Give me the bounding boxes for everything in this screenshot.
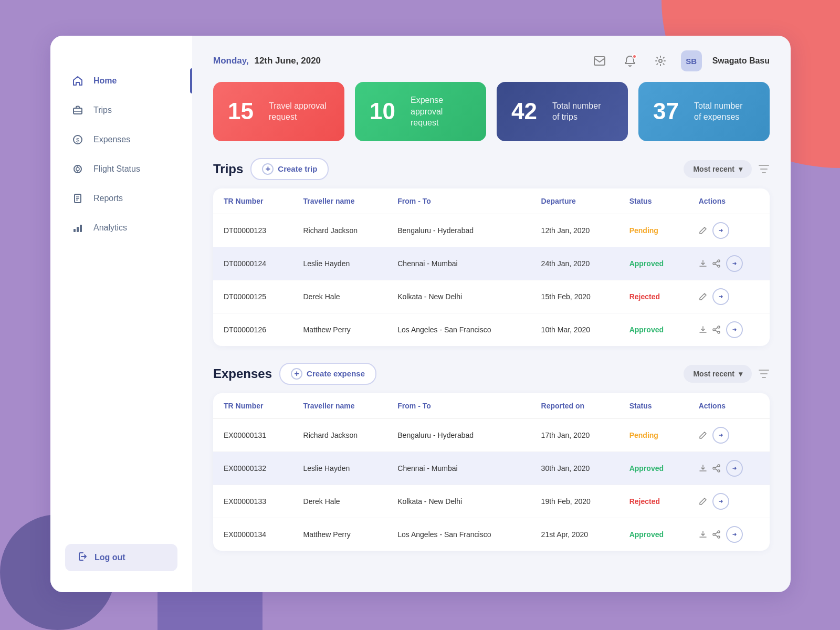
trips-action-icons [699,321,759,338]
stat-label-travel: Travel approvalrequest [269,100,327,123]
app-container: Home Trips $ Expenses Fligh [50,36,791,592]
expenses-action-icons [699,460,759,477]
expenses-cell-actions [688,452,770,485]
trips-sort-button[interactable]: Most recent ▾ [684,160,752,178]
header-full-date: 12th June, 2020 [254,56,321,66]
sidebar-label-trips: Trips [93,106,112,115]
svg-point-16 [659,59,662,62]
sidebar-item-flight-status[interactable]: Flight Status [59,155,184,183]
sidebar: Home Trips $ Expenses Fligh [50,36,192,592]
reports-icon [71,192,84,205]
expense-edit-button[interactable] [699,431,707,439]
svg-point-20 [718,326,720,328]
expense-view-button[interactable] [726,460,743,477]
trip-view-button[interactable] [712,222,729,239]
expenses-table-wrapper: TR Number Traveller name From - To Repor… [213,393,770,551]
sidebar-label-expenses: Expenses [93,135,130,144]
expenses-cell-tr-number: EX00000133 [213,485,293,518]
expense-edit-button[interactable] [699,497,707,506]
expense-share-button[interactable] [712,464,721,472]
stat-card-travel: 15 Travel approvalrequest [213,82,344,141]
trip-view-button[interactable] [712,288,729,305]
trips-col-actions: Actions [688,188,770,214]
trips-cell-departure: 10th Mar, 2020 [531,313,619,346]
trip-edit-button[interactable] [699,226,707,235]
svg-point-25 [718,470,720,472]
expenses-action-icons [699,526,759,543]
sidebar-logout: Log out [65,544,177,571]
logout-button[interactable]: Log out [65,544,177,571]
expenses-cell-traveller: Leslie Hayden [293,452,387,485]
trip-share-button[interactable] [712,259,721,268]
expenses-section-title: Expenses [213,366,272,381]
trips-cell-status: Approved [619,247,688,280]
svg-point-28 [718,536,720,538]
trip-share-button[interactable] [712,326,721,334]
trips-cell-departure: 12th Jan, 2020 [531,214,619,247]
trips-table-row: DT00000126 Matthew Perry Los Angeles - S… [213,313,770,346]
trips-table-header-row: TR Number Traveller name From - To Depar… [213,188,770,214]
trips-cell-tr-number: DT00000125 [213,280,293,313]
sidebar-item-trips[interactable]: Trips [59,97,184,124]
expenses-sort-button[interactable]: Most recent ▾ [684,365,752,383]
stat-card-expenses: 37 Total numberof expenses [638,82,770,141]
mail-button[interactable] [590,51,610,71]
trips-title-area: Trips + Create trip [213,158,329,180]
trips-cell-traveller: Derek Hale [293,280,387,313]
expenses-table: TR Number Traveller name From - To Repor… [213,393,770,551]
stat-label-expense: Expense approvalrequest [411,94,471,129]
trips-section-title: Trips [213,162,243,176]
trips-table: TR Number Traveller name From - To Depar… [213,188,770,346]
expenses-cell-actions [688,418,770,452]
expenses-title-area: Expenses + Create expense [213,363,376,385]
expense-share-button[interactable] [712,530,721,539]
trip-view-button[interactable] [726,255,743,272]
create-trip-button[interactable]: + Create trip [250,158,329,180]
trips-action-icons [699,222,759,239]
logout-icon [78,551,88,564]
home-icon [71,75,84,87]
expenses-cell-status: Pending [619,418,688,452]
expenses-col-reported: Reported on [531,393,619,419]
trips-cell-tr-number: DT00000126 [213,313,293,346]
expenses-icon: $ [71,133,84,146]
sidebar-item-expenses[interactable]: $ Expenses [59,126,184,153]
expenses-col-actions: Actions [688,393,770,419]
trips-icon [71,104,84,117]
expense-download-button[interactable] [699,530,707,539]
trip-download-button[interactable] [699,326,707,334]
expenses-section-actions: Most recent ▾ [684,365,770,383]
trip-view-button[interactable] [726,321,743,338]
trips-col-tr-number: TR Number [213,188,293,214]
sidebar-item-reports[interactable]: Reports [59,185,184,212]
logout-label: Log out [94,553,125,562]
expenses-col-route: From - To [387,393,530,419]
expense-view-button[interactable] [712,493,729,510]
trips-filter-button[interactable] [758,164,770,174]
expense-view-button[interactable] [726,526,743,543]
expenses-cell-route: Chennai - Mumbai [387,452,530,485]
expense-view-button[interactable] [712,427,729,444]
trips-cell-status: Pending [619,214,688,247]
trips-cell-route: Chennai - Mumbai [387,247,530,280]
expenses-cell-tr-number: EX00000131 [213,418,293,452]
trips-cell-traveller: Matthew Perry [293,313,387,346]
expenses-filter-button[interactable] [758,369,770,379]
expense-download-button[interactable] [699,464,707,472]
svg-point-21 [713,329,715,331]
trip-edit-button[interactable] [699,292,707,301]
flight-status-icon [71,163,84,175]
trips-section-header: Trips + Create trip Most recent ▾ [213,158,770,180]
trips-action-icons [699,288,759,305]
create-expense-button[interactable]: + Create expense [279,363,376,385]
settings-button[interactable] [650,51,670,71]
sidebar-item-analytics[interactable]: Analytics [59,214,184,242]
sidebar-item-home[interactable]: Home [59,67,184,94]
expenses-cell-tr-number: EX00000134 [213,518,293,551]
notification-button[interactable] [620,51,640,71]
trips-table-row: DT00000125 Derek Hale Kolkata - New Delh… [213,280,770,313]
trip-download-button[interactable] [699,259,707,268]
trips-cell-status: Approved [619,313,688,346]
svg-point-5 [76,167,79,171]
analytics-icon [71,222,84,234]
